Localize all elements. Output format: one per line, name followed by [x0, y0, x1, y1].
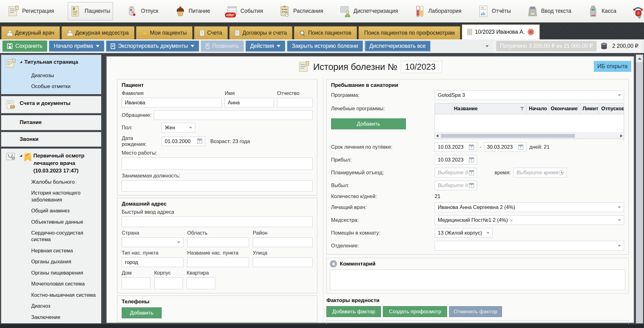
table-header-vacations[interactable]: Отпусков: [599, 103, 624, 114]
remove-tag-icon[interactable]: x: [510, 218, 513, 223]
program-select[interactable]: GolodSpa 3: [435, 90, 624, 100]
position-input[interactable]: [122, 180, 313, 191]
left-date-input[interactable]: Выберите д: [435, 181, 477, 190]
sidebar-item-invoices-docs[interactable]: Счета и документы: [1, 97, 101, 111]
term-to-input[interactable]: 30.03.2023: [484, 142, 526, 152]
arrived-input[interactable]: 10.03.2023: [435, 155, 477, 165]
planned-departure-input[interactable]: Выберите д: [435, 168, 477, 177]
street-input[interactable]: [253, 257, 313, 267]
scroll-up-icon[interactable]: [636, 55, 643, 63]
nurse-select[interactable]: Медицинский Пост№1 2 (4%)x: [435, 215, 624, 225]
cancel-factor-button[interactable]: Отменить фактор: [449, 306, 502, 317]
settlement-type-input[interactable]: город: [122, 257, 183, 267]
save-button[interactable]: Сохранить: [2, 41, 47, 52]
add-program-button[interactable]: Добавить: [331, 118, 406, 129]
settlement-name-input[interactable]: [187, 257, 249, 267]
lastname-input[interactable]: Иванова: [122, 98, 222, 107]
expander-icon[interactable]: [20, 61, 22, 63]
sidebar-item-complaints[interactable]: Жалобы больного: [1, 176, 101, 187]
district-input[interactable]: [253, 237, 313, 247]
sidebar-item-calls[interactable]: Звонки: [1, 133, 101, 145]
appeal-input[interactable]: [154, 110, 313, 120]
toolbar-overflow-icon[interactable]: [485, 45, 489, 47]
ribbon-item-vacation[interactable]: Отпуск: [124, 2, 161, 20]
sidebar-item-urogenital[interactable]: Мочеполовая система: [1, 278, 101, 289]
tab-invoices[interactable]: Счета: [194, 26, 228, 39]
ribbon-item-reports[interactable]: Отчёты: [475, 2, 513, 20]
dispatch-all-button[interactable]: Диспетчеризовать все: [365, 41, 431, 52]
ribbon-item-cashdesk[interactable]: Касса: [585, 2, 619, 20]
sidebar-item-musculoskeletal[interactable]: Костно-мышечная система: [1, 290, 101, 301]
sidebar-item-nutrition[interactable]: Питание: [1, 116, 101, 128]
calendar-icon[interactable]: [469, 157, 474, 162]
ribbon-item-text-input[interactable]: Ввод текста: [524, 2, 574, 20]
calendar-icon[interactable]: [469, 170, 474, 175]
calendar-icon[interactable]: [469, 183, 474, 188]
table-header-limit[interactable]: Лимит: [580, 103, 599, 114]
scroll-left-icon[interactable]: [436, 134, 438, 137]
sidebar-item-nervous[interactable]: Нервная система: [1, 245, 101, 256]
tab-duty-doctor[interactable]: Дежурный врач: [1, 26, 60, 39]
ribbon-overflow-icon[interactable]: [637, 16, 642, 19]
table-hscrollbar[interactable]: [435, 132, 624, 139]
middlename-input[interactable]: [277, 98, 313, 107]
ribbon-item-dispatch[interactable]: Диспетчеризация: [337, 2, 400, 20]
add-factor-button[interactable]: Добавить фактор: [326, 306, 381, 317]
ribbon-item-events[interactable]: cito! События: [224, 2, 266, 20]
region-input[interactable]: [187, 237, 249, 247]
calendar-icon[interactable]: [197, 139, 202, 144]
table-header-end[interactable]: Окончание: [549, 103, 580, 114]
scroll-thumb[interactable]: [441, 134, 575, 138]
tab-duty-nurse[interactable]: Дежурная медсестра: [61, 26, 134, 39]
sidebar-item-primary-exam[interactable]: Первичный осмотр лечащего врача (10.03.2…: [1, 150, 101, 176]
create-exam-button[interactable]: Создать профосмотр: [383, 306, 447, 317]
gender-select[interactable]: Жен: [162, 123, 195, 132]
tab-patient-search-exams[interactable]: Поиск пациентов по профосмотрам: [359, 26, 460, 39]
close-history-button[interactable]: Закрыть историю болезни: [287, 41, 363, 52]
term-from-input[interactable]: 10.03.2023: [435, 142, 477, 152]
house-input[interactable]: [122, 277, 150, 289]
table-header-start[interactable]: Начало: [527, 103, 549, 114]
actions-button[interactable]: Действия: [246, 41, 285, 52]
ribbon-item-patients[interactable]: Пациенты: [68, 2, 113, 20]
history-number-input[interactable]: 10/2023: [401, 61, 442, 73]
ribbon-item-nutrition[interactable]: Питание: [172, 2, 213, 20]
departure-time-input[interactable]: Выберите время: [513, 168, 567, 177]
ribbon-item-laboratory[interactable]: Лаборатория: [412, 2, 464, 20]
sidebar-item-diagnoses[interactable]: Диагнозы: [1, 70, 101, 81]
reception-start-button[interactable]: Начало приёма: [49, 41, 104, 52]
collapse-icon[interactable]: [330, 260, 337, 267]
scroll-right-icon[interactable]: [620, 134, 622, 137]
call-button[interactable]: Позвонить: [201, 41, 244, 52]
expander-icon[interactable]: [20, 154, 22, 157]
add-phone-button[interactable]: Добавить: [122, 307, 162, 318]
clock-icon[interactable]: [559, 170, 564, 175]
main-vscrollbar[interactable]: [636, 55, 643, 323]
ribbon-item-schedules[interactable]: Расписания: [277, 2, 326, 20]
export-documents-button[interactable]: Экспортировать документы: [106, 41, 199, 52]
workplace-input[interactable]: [122, 157, 313, 170]
tab-close-icon[interactable]: ✕: [528, 29, 534, 35]
tab-patient-search[interactable]: Поиск пациентов: [294, 26, 357, 39]
apartment-input[interactable]: [187, 277, 215, 289]
building-input[interactable]: [154, 277, 183, 289]
sidebar-item-conclusion[interactable]: Заключение: [1, 312, 101, 323]
calendar-icon[interactable]: [518, 145, 523, 150]
sidebar-item-cardiovascular[interactable]: Сердечно-сосудистая система: [1, 227, 101, 245]
table-header-name[interactable]: Название: [452, 103, 527, 114]
sidebar-item-digestive[interactable]: Органы пищеварения: [1, 267, 101, 278]
sidebar-item-general-anamnesis[interactable]: Общий анамнез: [1, 205, 101, 216]
tab-active-history[interactable]: 10/2023 Иванова А. ✕: [462, 24, 539, 39]
sidebar-item-present-illness[interactable]: История настоящего заболевания: [1, 187, 100, 205]
sidebar-item-objective-data[interactable]: Объективные данные: [1, 216, 101, 227]
tab-contracts-invoices[interactable]: Договоры и счета: [229, 26, 293, 39]
sidebar-item-respiratory[interactable]: Органы дыхания: [1, 256, 101, 267]
ribbon-item-registration[interactable]: Регистрация: [6, 2, 56, 20]
comment-textarea[interactable]: [330, 270, 625, 290]
sidebar-item-title-page[interactable]: Титульная страница: [1, 56, 101, 70]
quick-address-input[interactable]: [122, 216, 313, 227]
sidebar-item-prescriptions[interactable]: Назначения: [1, 323, 101, 323]
country-select[interactable]: [122, 237, 183, 247]
sidebar-item-diagnosis[interactable]: Диагноз: [1, 301, 101, 311]
filter-icon[interactable]: [520, 107, 524, 111]
